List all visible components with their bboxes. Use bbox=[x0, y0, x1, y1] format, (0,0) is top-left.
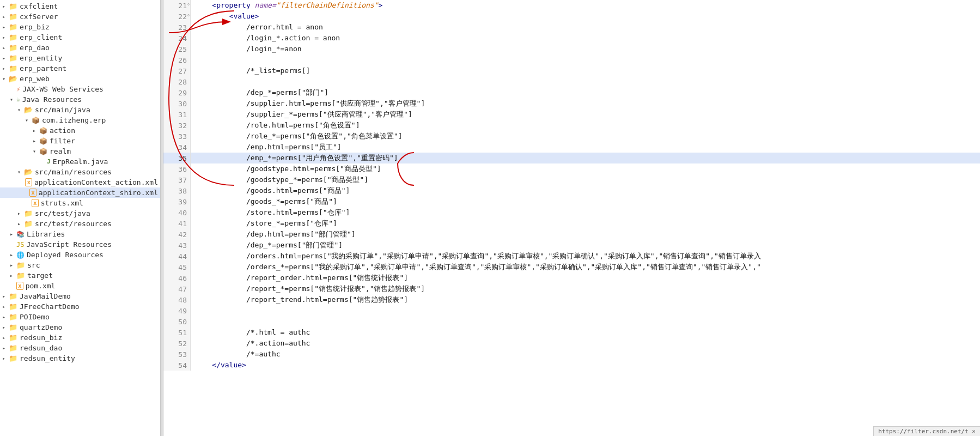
expand-arrow bbox=[10, 96, 16, 102]
sidebar-item-jax-ws[interactable]: ⚡ JAX-WS Web Services bbox=[0, 84, 160, 94]
sidebar-item-filter[interactable]: 📦 filter bbox=[0, 136, 160, 146]
line-number: 50 bbox=[163, 316, 190, 327]
expand-arrow bbox=[17, 221, 24, 227]
sidebar-item-src-test-java[interactable]: 📁 src/test/java bbox=[0, 208, 160, 219]
line-number: 26 bbox=[163, 55, 190, 65]
code-line-53: /*=authc bbox=[191, 349, 980, 360]
line-number: 21 bbox=[163, 0, 190, 11]
expand-arrow bbox=[17, 107, 24, 113]
line-number: 31 bbox=[163, 109, 190, 120]
code-line-30: /supplier.html=perms["供应商管理","客户管理"] bbox=[191, 98, 980, 109]
folder-icon: 📁 bbox=[9, 44, 17, 52]
sidebar-item-poi-demo[interactable]: 📁 POIDemo bbox=[0, 312, 160, 322]
sidebar-item-src-test-resources[interactable]: 📁 src/test/resources bbox=[0, 219, 160, 229]
code-line-29: /dep_*=perms["部门"] bbox=[191, 87, 980, 98]
expand-arrow bbox=[17, 169, 24, 175]
sidebar-item-src[interactable]: 📁 src bbox=[0, 260, 160, 270]
sidebar-item-label: Deployed Resources bbox=[27, 251, 104, 259]
line-number: 39 bbox=[163, 196, 190, 207]
expand-arrow bbox=[2, 55, 9, 61]
sidebar-item-deployed-resources[interactable]: 🌐 Deployed Resources bbox=[0, 250, 160, 260]
sidebar-item-label: quartzDemo bbox=[20, 323, 62, 331]
sidebar-item-erp-biz[interactable]: 📁 erp_biz bbox=[0, 22, 160, 32]
sidebar-item-label: applicationContext_shiro.xml bbox=[39, 189, 158, 197]
folder-icon: 📁 bbox=[9, 323, 17, 331]
deployed-icon: 🌐 bbox=[16, 251, 25, 259]
expand-arrow bbox=[33, 128, 39, 134]
code-line-44: /orders.html=perms["我的采购订单","采购订单申请","采购… bbox=[191, 251, 980, 262]
sidebar-item-erp-partent[interactable]: 📁 erp_partent bbox=[0, 63, 160, 74]
line-number: 42 bbox=[163, 229, 190, 240]
line-numbers: 21 22 23 24 25 26 27 28 29 30 31 32 33 3… bbox=[163, 0, 191, 371]
folder-icon: 📂 bbox=[24, 106, 33, 114]
expand-arrow bbox=[10, 252, 16, 258]
sidebar-item-erp-realm-java[interactable]: J ErpRealm.java bbox=[0, 156, 160, 167]
sidebar-item-target[interactable]: 📁 target bbox=[0, 270, 160, 281]
sidebar-item-label: pom.xml bbox=[26, 282, 56, 290]
folder-icon: 📁 bbox=[9, 344, 17, 352]
sidebar-item-jfree-chart-demo[interactable]: 📁 JFreeChartDemo bbox=[0, 301, 160, 312]
expand-arrow bbox=[2, 65, 9, 71]
folder-icon: 📁 bbox=[9, 13, 17, 21]
folder-icon: 📁 bbox=[9, 23, 17, 31]
code-container: 21 22 23 24 25 26 27 28 29 30 31 32 33 3… bbox=[163, 0, 980, 371]
sidebar-item-struts-xml[interactable]: x struts.xml bbox=[0, 198, 160, 208]
package-icon: 📦 bbox=[39, 137, 47, 145]
sidebar-item-label: erp_web bbox=[20, 75, 50, 83]
sidebar-item-erp-entity[interactable]: 📁 erp_entity bbox=[0, 53, 160, 63]
line-number: 33 bbox=[163, 131, 190, 142]
sidebar-item-js-resources[interactable]: JS JavaScript Resources bbox=[0, 239, 160, 250]
sidebar-item-quartz-demo[interactable]: 📁 quartzDemo bbox=[0, 322, 160, 332]
code-line-43: /dep_*=perms["部门管理"] bbox=[191, 240, 980, 251]
line-number: 38 bbox=[163, 185, 190, 196]
sidebar-item-pom-xml[interactable]: x pom.xml bbox=[0, 281, 160, 291]
sidebar-item-com-itzheng-erp[interactable]: 📦 com.itzheng.erp bbox=[0, 115, 160, 125]
sidebar-item-label: JFreeChartDemo bbox=[20, 302, 80, 311]
sidebar-item-redsun-dao[interactable]: 📁 redsun_dao bbox=[0, 343, 160, 353]
folder-icon: 📂 bbox=[24, 168, 33, 176]
line-number: 44 bbox=[163, 251, 190, 262]
library-icon: 📚 bbox=[16, 231, 25, 238]
folder-icon: 📁 bbox=[9, 64, 17, 72]
java-file-icon: J bbox=[47, 158, 51, 165]
sidebar-item-java-mail-demo[interactable]: 📁 JavaMailDemo bbox=[0, 291, 160, 301]
sidebar-item-erp-dao[interactable]: 📁 erp_dao bbox=[0, 43, 160, 53]
code-line-48: /report_trend.html=perms["销售趋势报表"] bbox=[191, 294, 980, 305]
code-lines: <property name="filterChainDefinitions">… bbox=[191, 0, 980, 371]
code-line-38: /goods.html=perms["商品"] bbox=[191, 185, 980, 196]
sidebar-item-cxfServer[interactable]: 📁 cxfServer bbox=[0, 11, 160, 22]
sidebar-item-redsun-biz[interactable]: 📁 redsun_biz bbox=[0, 332, 160, 343]
sidebar-item-realm[interactable]: 📦 realm bbox=[0, 146, 160, 156]
sidebar-item-java-resources[interactable]: ☕ Java Resources bbox=[0, 94, 160, 105]
sidebar-item-libraries[interactable]: 📚 Libraries bbox=[0, 229, 160, 239]
sidebar-item-label: cxfclient bbox=[20, 2, 58, 10]
code-line-41: /store_*=perms["仓库"] bbox=[191, 218, 980, 229]
sidebar-item-redsun-entity[interactable]: 📁 redsun_entity bbox=[0, 353, 160, 364]
web-services-icon: ⚡ bbox=[16, 86, 20, 93]
code-editor[interactable]: 21 22 23 24 25 26 27 28 29 30 31 32 33 3… bbox=[163, 0, 980, 436]
code-line-39: /goods_*=perms["商品"] bbox=[191, 196, 980, 207]
sidebar-item-src-main-resources[interactable]: 📂 src/main/resources bbox=[0, 167, 160, 177]
code-line-25: /login_*=anon bbox=[191, 44, 980, 55]
folder-icon: 📁 bbox=[9, 313, 17, 321]
folder-icon: 📁 bbox=[16, 271, 25, 280]
line-number: 43 bbox=[163, 240, 190, 251]
sidebar-item-label: src bbox=[27, 261, 40, 269]
expand-arrow bbox=[2, 45, 9, 51]
line-number: 27 bbox=[163, 65, 190, 76]
sidebar-item-label: redsun_biz bbox=[20, 334, 62, 342]
sidebar-item-label: src/test/java bbox=[35, 209, 90, 217]
sidebar-item-erp-web[interactable]: 📂 erp_web bbox=[0, 74, 160, 84]
code-line-28 bbox=[191, 76, 980, 87]
xml-file-icon: x bbox=[16, 282, 23, 290]
sidebar-item-erp-client[interactable]: 📁 erp_client bbox=[0, 32, 160, 43]
sidebar-item-cxfclient[interactable]: 📁 cxfclient bbox=[0, 1, 160, 11]
sidebar-item-src-main-java[interactable]: 📂 src/main/java bbox=[0, 105, 160, 115]
sidebar-item-action[interactable]: 📦 action bbox=[0, 125, 160, 136]
sidebar-item-app-action-xml[interactable]: x applicationContext_action.xml bbox=[0, 177, 160, 187]
sidebar-item-app-shiro-xml[interactable]: x applicationContext_shiro.xml bbox=[0, 187, 160, 198]
code-line-33: /role_*=perms["角色设置","角色菜单设置"] bbox=[191, 131, 980, 142]
sidebar-item-label: applicationContext_action.xml bbox=[34, 178, 158, 186]
file-explorer-sidebar[interactable]: 📁 cxfclient 📁 cxfServer 📁 erp_biz 📁 erp_… bbox=[0, 0, 161, 436]
line-number: 32 bbox=[163, 120, 190, 131]
